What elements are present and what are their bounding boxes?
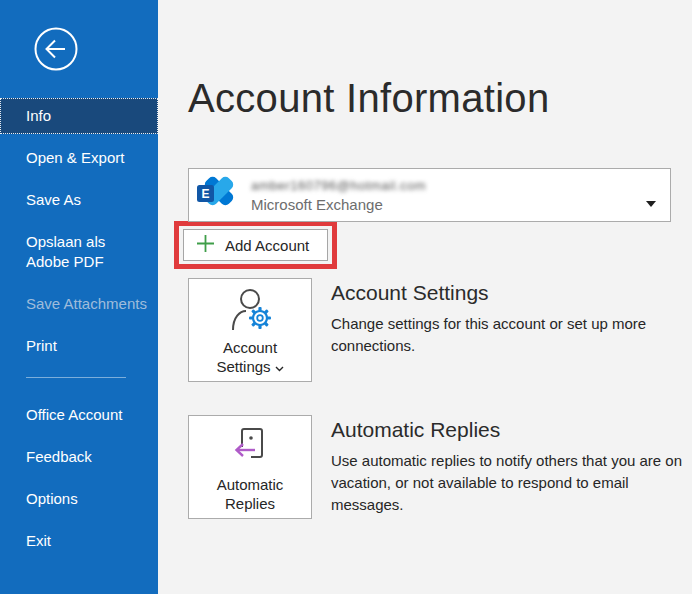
automatic-replies-button[interactable]: Automatic Replies bbox=[188, 415, 312, 519]
account-settings-button[interactable]: Account Settings bbox=[188, 278, 312, 382]
automatic-replies-description: Use automatic replies to notify others t… bbox=[331, 450, 683, 516]
main-content: Account Information E amber160796@hotmai… bbox=[158, 0, 692, 594]
chevron-down-icon bbox=[275, 357, 284, 376]
sidebar-item-save-attachments: Save Attachments bbox=[0, 286, 158, 322]
page-title: Account Information bbox=[188, 72, 692, 124]
sidebar-item-exit[interactable]: Exit bbox=[0, 523, 158, 559]
account-settings-description: Change settings for this account or set … bbox=[331, 313, 683, 357]
reply-document-icon bbox=[227, 423, 273, 472]
sidebar-item-feedback[interactable]: Feedback bbox=[0, 439, 158, 475]
plus-icon bbox=[196, 234, 215, 256]
account-settings-button-label: Account Settings bbox=[206, 338, 294, 376]
sidebar-divider bbox=[26, 377, 126, 378]
add-account-label: Add Account bbox=[225, 237, 309, 254]
account-settings-row: Account Settings Account Settings Change… bbox=[188, 278, 692, 382]
svg-text:E: E bbox=[201, 187, 209, 201]
exchange-logo-icon: E bbox=[196, 172, 238, 218]
sidebar-nav: Info Open & Export Save As Opslaan als A… bbox=[0, 98, 158, 559]
sidebar-item-save-as[interactable]: Save As bbox=[0, 182, 158, 218]
automatic-replies-heading: Automatic Replies bbox=[331, 417, 683, 443]
account-email: amber160796@hotmail.com bbox=[251, 178, 426, 193]
person-gear-icon bbox=[225, 286, 275, 335]
sidebar: Info Open & Export Save As Opslaan als A… bbox=[0, 0, 158, 594]
add-account-highlight-annotation: Add Account bbox=[174, 221, 337, 269]
automatic-replies-row: Automatic Replies Automatic Replies Use … bbox=[188, 415, 692, 519]
outlook-backstage-window: Info Open & Export Save As Opslaan als A… bbox=[0, 0, 692, 594]
automatic-replies-button-label: Automatic Replies bbox=[206, 475, 294, 513]
account-selector-dropdown[interactable]: E amber160796@hotmail.com Microsoft Exch… bbox=[188, 168, 671, 222]
add-account-button[interactable]: Add Account bbox=[183, 229, 328, 261]
account-type: Microsoft Exchange bbox=[251, 196, 426, 213]
sidebar-item-opslaan-als-adobe-pdf[interactable]: Opslaan als Adobe PDF bbox=[0, 224, 158, 280]
sidebar-item-print[interactable]: Print bbox=[0, 328, 158, 364]
account-settings-text: Account Settings Change settings for thi… bbox=[331, 278, 683, 382]
automatic-replies-text: Automatic Replies Use automatic replies … bbox=[331, 415, 683, 519]
sidebar-item-info[interactable]: Info bbox=[0, 98, 158, 134]
sidebar-item-office-account[interactable]: Office Account bbox=[0, 397, 158, 433]
back-button[interactable] bbox=[33, 26, 79, 72]
caret-down-icon bbox=[646, 193, 656, 211]
sidebar-item-options[interactable]: Options bbox=[0, 481, 158, 517]
account-settings-heading: Account Settings bbox=[331, 280, 683, 306]
sidebar-item-open-export[interactable]: Open & Export bbox=[0, 140, 158, 176]
back-arrow-icon bbox=[33, 60, 79, 75]
account-texts: amber160796@hotmail.com Microsoft Exchan… bbox=[251, 178, 426, 213]
